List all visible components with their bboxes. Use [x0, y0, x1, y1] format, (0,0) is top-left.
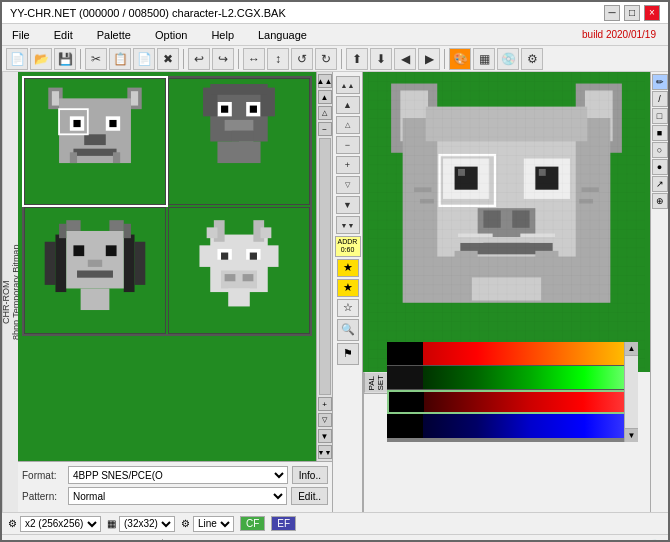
scroll-minus[interactable]: − — [318, 122, 332, 136]
menu-file[interactable]: File — [6, 27, 36, 43]
toolbar-save[interactable]: 💾 — [54, 48, 76, 70]
chr-cell-1[interactable] — [168, 78, 310, 205]
zoombar: ⚙ x2 (256x256) ▦ (32x32) ⚙ Line CF EF — [2, 512, 668, 534]
maximize-button[interactable]: □ — [624, 5, 640, 21]
svg-rect-30 — [55, 235, 66, 293]
pattern-select[interactable]: Normal — [68, 487, 287, 505]
toolbar-undo[interactable]: ↩ — [188, 48, 210, 70]
tool-circle-fill[interactable]: ● — [652, 159, 668, 175]
menu-option[interactable]: Option — [149, 27, 193, 43]
toolbar-cut[interactable]: ✂ — [85, 48, 107, 70]
toolbar-rotate-cw[interactable]: ↻ — [315, 48, 337, 70]
palette-row-2 — [387, 390, 638, 414]
tool-line[interactable]: / — [652, 91, 668, 107]
nav-up-up[interactable]: ▲▲ — [336, 76, 360, 94]
scroll-up-up[interactable]: ▲▲ — [318, 74, 332, 88]
line-select[interactable]: Line — [193, 516, 234, 532]
color-0-0[interactable] — [387, 342, 423, 365]
nav-plus[interactable]: + — [336, 156, 360, 174]
color-1-green[interactable] — [423, 366, 638, 389]
toolbar-palette[interactable]: 🎨 — [449, 48, 471, 70]
nav-minus[interactable]: − — [336, 136, 360, 154]
grid-icon: ▦ — [107, 518, 116, 529]
ef-button[interactable]: EF — [271, 516, 296, 531]
pal-scroll-down[interactable]: ▼ — [625, 428, 638, 442]
scroll-up[interactable]: ▲ — [318, 90, 332, 104]
menu-language[interactable]: Language — [252, 27, 313, 43]
menu-help[interactable]: Help — [205, 27, 240, 43]
toolbar-rotate-ccw[interactable]: ↺ — [291, 48, 313, 70]
chr-panel: ▲▲ ▲ △ − + ▽ ▼ ▼▼ Format: 4BPP SNES/PCE(… — [18, 72, 333, 512]
tool-pencil[interactable]: ✏ — [652, 74, 668, 90]
nav-down[interactable]: ▼ — [336, 196, 360, 214]
toolbar-move-right[interactable]: ▶ — [418, 48, 440, 70]
scroll-up-half[interactable]: △ — [318, 106, 332, 120]
scrollbar-track[interactable] — [319, 138, 331, 395]
zoom-select[interactable]: x2 (256x256) — [20, 516, 101, 532]
toolbar-redo[interactable]: ↪ — [212, 48, 234, 70]
color-3-blue[interactable] — [423, 414, 638, 438]
menu-edit[interactable]: Edit — [48, 27, 79, 43]
nav-flag-icon[interactable]: ⚑ — [337, 343, 359, 365]
color-1-0[interactable] — [387, 366, 423, 389]
tool-circle-outline[interactable]: ○ — [652, 142, 668, 158]
nav-down-half[interactable]: ▽ — [336, 176, 360, 194]
svg-rect-3 — [52, 91, 59, 105]
scroll-plus[interactable]: + — [318, 397, 332, 411]
close-button[interactable]: × — [644, 5, 660, 21]
toolbar-flip-v[interactable]: ↕ — [267, 48, 289, 70]
scroll-down-down[interactable]: ▼▼ — [318, 445, 332, 459]
toolbar-delete[interactable]: ✖ — [157, 48, 179, 70]
scroll-down[interactable]: ▼ — [318, 429, 332, 443]
toolbar-new[interactable]: 📄 — [6, 48, 28, 70]
pal-scroll-up[interactable]: ▲ — [625, 342, 638, 356]
chr-cell-3[interactable] — [168, 207, 310, 334]
addr-label: ADDR — [338, 238, 358, 246]
color-0-red[interactable] — [423, 342, 638, 365]
toolbar-disk[interactable]: 💿 — [497, 48, 519, 70]
toolbar-paste[interactable]: 📄 — [133, 48, 155, 70]
color-2-red2[interactable] — [424, 392, 636, 412]
pal-scroll-track[interactable] — [625, 356, 638, 428]
format-select[interactable]: 4BPP SNES/PCE(O — [68, 466, 288, 484]
tool-crosshair[interactable]: ⊕ — [652, 193, 668, 209]
toolbar-settings[interactable]: ⚙ — [521, 48, 543, 70]
edit-button[interactable]: Edit.. — [291, 487, 328, 505]
main-area: CHR-ROM 8bpp Temporary Bitmap — [2, 72, 668, 512]
grid-select[interactable]: (32x32) — [119, 516, 175, 532]
tool-arrow[interactable]: ↗ — [652, 176, 668, 192]
tool-rect-outline[interactable]: □ — [652, 108, 668, 124]
scroll-down-half[interactable]: ▽ — [318, 413, 332, 427]
color-2-0[interactable] — [389, 392, 424, 412]
info-button[interactable]: Info.. — [292, 466, 328, 484]
cf-button[interactable]: CF — [240, 516, 265, 531]
color-3-0[interactable] — [387, 414, 423, 438]
chr-cell-0[interactable] — [24, 78, 166, 205]
minimize-button[interactable]: ─ — [604, 5, 620, 21]
toolbar-copy[interactable]: 📋 — [109, 48, 131, 70]
toolbar-move-up[interactable]: ⬆ — [346, 48, 368, 70]
pixel-canvas[interactable] — [363, 72, 650, 372]
nav-up-half[interactable]: △ — [336, 116, 360, 134]
toolbar-flip-h[interactable]: ↔ — [243, 48, 265, 70]
line-icon: ⚙ — [181, 518, 190, 529]
toolbar-grid[interactable]: ▦ — [473, 48, 495, 70]
nav-star2[interactable]: ★ — [337, 279, 359, 297]
palette-header: PALSET PAL BMP CO — [364, 372, 638, 394]
nav-down-down[interactable]: ▼▼ — [336, 216, 360, 234]
toolbar-move-left[interactable]: ◀ — [394, 48, 416, 70]
chr-cell-2[interactable] — [24, 207, 166, 334]
nav-up[interactable]: ▲ — [336, 96, 360, 114]
nav-star3[interactable]: ☆ — [337, 299, 359, 317]
svg-rect-4 — [131, 91, 138, 105]
chr-canvas-area[interactable] — [18, 72, 316, 461]
grid-group: ▦ (32x32) — [107, 516, 175, 532]
toolbar-open[interactable]: 📂 — [30, 48, 52, 70]
large-canvas-content — [363, 72, 650, 372]
nav-zoom-icon[interactable]: 🔍 — [337, 319, 359, 341]
nav-star1[interactable]: ★ — [337, 259, 359, 277]
toolbar-move-down[interactable]: ⬇ — [370, 48, 392, 70]
toolbar-sep4 — [341, 49, 342, 69]
menu-palette[interactable]: Palette — [91, 27, 137, 43]
tool-rect-fill[interactable]: ■ — [652, 125, 668, 141]
